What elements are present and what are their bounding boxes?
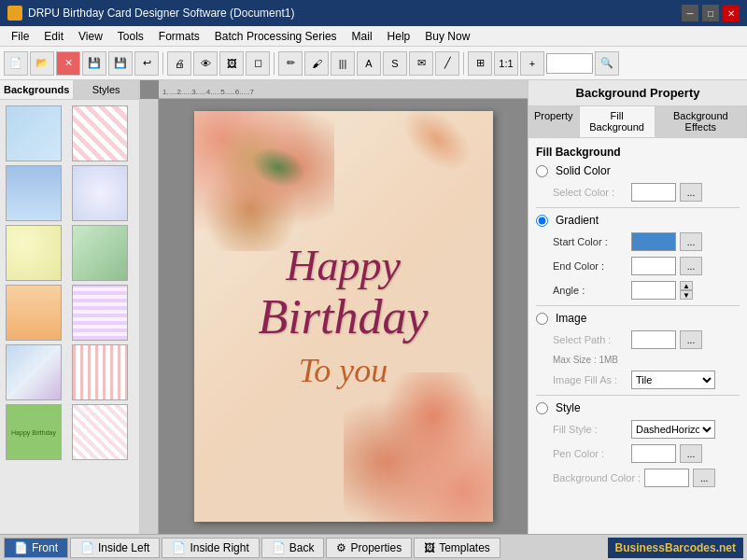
select-color-btn[interactable]: ... (680, 183, 702, 202)
menu-mail[interactable]: Mail (345, 28, 380, 45)
biz-logo: BusinessBarcodes.net (608, 538, 743, 558)
biz-logo-ext: .net (716, 541, 736, 554)
tb-shapes[interactable]: ◻ (246, 51, 270, 76)
bottom-bar: 📄 Front 📄 Inside Left 📄 Inside Right 📄 B… (0, 534, 747, 560)
bg-color-btn[interactable]: ... (693, 469, 715, 487)
radio-gradient[interactable] (536, 215, 548, 227)
style-row: Style (536, 401, 740, 414)
image-fill-label: Image Fill As : (553, 374, 627, 385)
start-color-box[interactable] (631, 232, 676, 251)
tb-zoom-fit[interactable]: 1:1 (494, 51, 518, 76)
bg-thumb-9[interactable] (6, 344, 62, 400)
tb-close-doc[interactable]: ✕ (56, 51, 80, 76)
bg-grid: Happy Birthday (0, 100, 139, 466)
radio-solid-color[interactable] (536, 165, 548, 177)
menu-formats[interactable]: Formats (151, 28, 207, 45)
rp-tab-property[interactable]: Property (529, 106, 580, 137)
bg-thumb-7[interactable] (6, 285, 62, 341)
end-color-btn[interactable]: ... (680, 257, 702, 275)
menu-view[interactable]: View (71, 28, 110, 45)
select-color-box[interactable] (631, 183, 676, 202)
tab-back[interactable]: 📄 Back (261, 538, 325, 558)
canvas-area: 1.....2.....3.....4.....5.....6.....7 Ha… (140, 80, 528, 534)
zoom-input[interactable]: 150% (546, 53, 593, 74)
rp-tab-fill-background[interactable]: Fill Background (580, 106, 655, 137)
angle-input[interactable]: 359 (631, 281, 676, 300)
tb-new[interactable]: 📄 (4, 51, 28, 76)
tb-text[interactable]: A (357, 51, 381, 76)
tb-font[interactable]: S (383, 51, 407, 76)
end-color-box[interactable] (631, 257, 676, 275)
close-button[interactable]: ✕ (723, 5, 740, 21)
angle-up-btn[interactable]: ▲ (680, 281, 693, 290)
menu-batch[interactable]: Batch Processing Series (207, 28, 345, 45)
tb-zoom-in[interactable]: + (520, 51, 544, 76)
bg-color-box[interactable] (644, 469, 689, 487)
menu-buynow[interactable]: Buy Now (417, 28, 477, 45)
bg-thumb-1[interactable] (6, 105, 62, 161)
main-area: Backgrounds Styles Happy Birthday 1.....… (0, 80, 747, 534)
fill-style-row: Fill Style : DashedHorizontal Solid (536, 420, 740, 439)
angle-down-btn[interactable]: ▼ (680, 290, 693, 300)
canvas-card[interactable]: Happy Birthday To you (194, 111, 493, 522)
bg-thumb-12[interactable] (72, 404, 128, 460)
bg-thumb-11[interactable]: Happy Birthday (6, 404, 62, 460)
tab-back-label: Back (289, 541, 315, 554)
tab-inside-left[interactable]: 📄 Inside Left (70, 538, 160, 558)
radio-style[interactable] (536, 402, 548, 414)
rp-title: Background Property (529, 80, 747, 106)
image-label: Image (556, 312, 586, 325)
path-input-box[interactable] (631, 330, 676, 349)
card-text-birthday: Birthday (259, 290, 429, 343)
pen-color-btn[interactable]: ... (680, 444, 702, 463)
radio-image[interactable] (536, 313, 548, 325)
menu-edit[interactable]: Edit (36, 28, 71, 45)
tab-properties[interactable]: ⚙ Properties (326, 538, 412, 558)
start-color-btn[interactable]: ... (680, 232, 702, 251)
tb-undo[interactable]: ↩ (134, 51, 159, 76)
angle-row: Angle : 359 ▲ ▼ (536, 281, 740, 300)
tb-zoom-out[interactable]: 🔍 (595, 51, 619, 76)
tb-print[interactable]: 🖨 (167, 51, 191, 76)
bg-thumb-4[interactable] (72, 165, 128, 221)
tb-brush[interactable]: 🖌 (304, 51, 329, 76)
tab-inside-right[interactable]: 📄 Inside Right (162, 538, 259, 558)
menu-tools[interactable]: Tools (110, 28, 151, 45)
tab-backgrounds[interactable]: Backgrounds (0, 80, 74, 99)
bg-thumb-10[interactable] (72, 344, 128, 400)
tb-img[interactable]: 🖼 (219, 51, 244, 76)
gradient-label: Gradient (556, 214, 599, 227)
rp-tab-bg-effects[interactable]: Background Effects (655, 106, 747, 137)
tab-front[interactable]: 📄 Front (4, 538, 68, 558)
tab-styles[interactable]: Styles (74, 80, 139, 99)
bg-thumb-8[interactable] (72, 285, 128, 341)
tb-pen[interactable]: ✏ (278, 51, 303, 76)
tab-templates[interactable]: 🖼 Templates (414, 538, 500, 558)
tb-barcode[interactable]: ||| (331, 51, 355, 76)
menu-file[interactable]: File (4, 28, 36, 45)
tb-open[interactable]: 📂 (30, 51, 54, 76)
tb-table[interactable]: ⊞ (468, 51, 492, 76)
tb-save-as[interactable]: 💾 (108, 51, 133, 76)
image-fill-select[interactable]: Tile Stretch Center (631, 371, 715, 389)
start-color-label: Start Color : (553, 236, 627, 247)
tb-email[interactable]: ✉ (409, 51, 433, 76)
tb-save[interactable]: 💾 (82, 51, 106, 76)
panel-tabs: Backgrounds Styles (0, 80, 139, 100)
select-path-btn[interactable]: ... (680, 330, 702, 349)
bg-thumb-6[interactable] (72, 225, 128, 281)
bg-thumb-3[interactable] (6, 165, 62, 221)
pen-color-box[interactable] (631, 444, 676, 463)
max-size-label: Max Size : 1MB (553, 355, 618, 365)
minimize-button[interactable]: ─ (682, 5, 698, 21)
tab-properties-icon: ⚙ (336, 541, 346, 554)
bg-thumb-5[interactable] (6, 225, 62, 281)
style-label: Style (556, 401, 581, 414)
card-content: Happy Birthday To you (194, 111, 493, 522)
tb-line[interactable]: ╱ (435, 51, 459, 76)
fill-style-select[interactable]: DashedHorizontal Solid (631, 420, 715, 439)
maximize-button[interactable]: □ (702, 5, 719, 21)
tb-preview[interactable]: 👁 (193, 51, 218, 76)
menu-help[interactable]: Help (380, 28, 418, 45)
bg-thumb-2[interactable] (72, 105, 128, 161)
